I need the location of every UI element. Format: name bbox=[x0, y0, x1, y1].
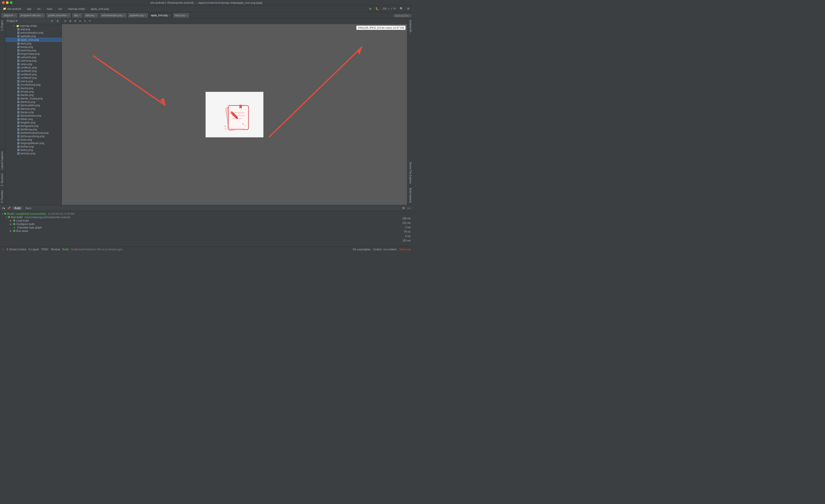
tab-scroll-right[interactable]: › bbox=[393, 14, 394, 17]
tree-item-bingchuang[interactable]: 🖼 bingchuang.png bbox=[5, 52, 62, 56]
tree-item-banjia[interactable]: 🖼 banjia.png bbox=[5, 45, 62, 49]
tree-item-check[interactable]: 🖼 check.png bbox=[5, 80, 62, 83]
tree-item-canju[interactable]: 🖼 canju.png bbox=[5, 62, 62, 66]
tree-item-duihao[interactable]: 🖼 duihao.png bbox=[5, 145, 62, 148]
tab-apply-icon-close[interactable]: × bbox=[168, 14, 170, 17]
maximize-button[interactable] bbox=[10, 1, 12, 4]
status-vc[interactable]: 9: Version Control bbox=[7, 248, 26, 251]
tab-gitignore[interactable]: .gitignore × bbox=[1, 12, 18, 18]
settings-button[interactable]: ⚙ bbox=[405, 6, 411, 11]
tree-item-anhuishanghui[interactable]: 🖼 anhuishanghui.png bbox=[5, 31, 62, 34]
main-menu[interactable]: main bbox=[45, 6, 54, 11]
minimize-button[interactable] bbox=[6, 1, 9, 4]
actual-size-btn[interactable]: ⊙ bbox=[83, 19, 87, 23]
tab-app-close[interactable]: × bbox=[79, 14, 81, 17]
tree-item-dayinji[interactable]: 🖼 dayinji.png bbox=[5, 86, 62, 90]
tree-item-mipmap[interactable]: ▾ 📁 mipmap-xhdpi bbox=[5, 24, 62, 27]
tree-item-dizhixuanzhong[interactable]: 🖼 dizhixuanzhong.png bbox=[5, 135, 62, 138]
app-menu[interactable]: app bbox=[25, 6, 33, 11]
project-gear-btn[interactable]: ⚙ bbox=[55, 19, 60, 23]
build-entry-success[interactable]: ▾ Build: completed successfully at 2019/… bbox=[2, 212, 410, 216]
project-menu[interactable]: 📁 xfw-android bbox=[1, 6, 22, 11]
close-button[interactable] bbox=[2, 1, 5, 4]
tab-back-png[interactable]: back.png × bbox=[173, 12, 189, 18]
tree-item-appkaifa[interactable]: 🖼 appkaifa.png bbox=[5, 34, 62, 38]
tab-app[interactable]: app × bbox=[72, 12, 83, 18]
left-panel-project[interactable]: 1: Project bbox=[0, 18, 5, 33]
file-menu[interactable]: apply_icon.png bbox=[89, 6, 110, 11]
tree-item-back[interactable]: 🖼 back.png bbox=[5, 42, 62, 45]
status-terminal[interactable]: Terminal bbox=[51, 248, 60, 251]
tree-item-duigongdakuan[interactable]: 🖼 duigongdakuan.png bbox=[5, 141, 62, 145]
android-wi-tab[interactable]: Android Wi... bbox=[394, 14, 411, 17]
tree-item-dizhiguanli[interactable]: 🖼 dizhiguanli.png bbox=[5, 124, 62, 128]
debug-button[interactable]: 🐛 bbox=[374, 6, 380, 11]
tree-item-dingdan[interactable]: 🖼 dingdan.png bbox=[5, 121, 62, 124]
tab-appkaifa[interactable]: appkaifa.png × bbox=[128, 12, 148, 18]
left-panel-captures[interactable]: Layout Captures bbox=[0, 149, 5, 171]
tree-item-caihuishi[interactable]: 🖼 caihuishi.png bbox=[5, 56, 62, 59]
tab-proguard[interactable]: proguard-rules.pro × bbox=[18, 12, 46, 18]
build-entry-calc-task[interactable]: ● Calculate task graph bbox=[2, 226, 410, 229]
tab-proguard-close[interactable]: × bbox=[42, 14, 43, 17]
tab-add-png[interactable]: add.png × bbox=[83, 12, 99, 18]
tab-gitignore-close[interactable]: × bbox=[14, 14, 16, 17]
zoom-out-btn[interactable]: ⊖ bbox=[78, 19, 82, 23]
build-entry-run-build[interactable]: ▾ Run build /Users/takeeigou/Desktop/xfw… bbox=[2, 216, 410, 219]
tab-anhuishanghui[interactable]: anhuishanghui.png × bbox=[99, 12, 127, 18]
status-logcat[interactable]: 6: Logcat bbox=[29, 248, 39, 251]
tree-item-didian[interactable]: 🖼 didian.png bbox=[5, 117, 62, 121]
status-error-icon[interactable]: ⚠ bbox=[2, 248, 4, 251]
tree-item-dizhiweixuanzhong[interactable]: 🖼 dizhiweixuanzhong.png bbox=[5, 131, 62, 135]
right-panel-device-file[interactable]: Device File Explorer bbox=[407, 160, 412, 186]
tree-item-fanmian[interactable]: 🖼 fanmian.png bbox=[5, 152, 62, 155]
tree-item-dianfei-huang[interactable]: 🖼 dianfei_huang.png bbox=[5, 97, 62, 100]
tree-item-dizhikong[interactable]: 🖼 dizhikong.png bbox=[5, 128, 62, 131]
build-entry-load-build[interactable]: ▶ Load build bbox=[2, 219, 410, 222]
pencil-btn[interactable]: ✏ bbox=[88, 19, 92, 23]
build-entry-run-tasks[interactable]: ▶ Run tasks bbox=[2, 229, 410, 233]
status-todo[interactable]: TODO bbox=[41, 248, 48, 251]
status-event-log[interactable]: Event Log bbox=[399, 248, 410, 251]
zoom-in-btn[interactable]: ⊕ bbox=[73, 19, 77, 23]
tree-item-dianhuafeilv[interactable]: 🖼 dianhuafeilv.png bbox=[5, 103, 62, 107]
tab-apply-icon[interactable]: apply_icon.png × bbox=[149, 12, 172, 18]
tree-item-certified2[interactable]: 🖼 certified2.png bbox=[5, 69, 62, 73]
tree-item-apply-icon[interactable]: 🖼 apply_icon.png bbox=[5, 38, 62, 42]
tab-sync[interactable]: Sync bbox=[23, 206, 33, 210]
tree-item-dianputubiao[interactable]: 🖼 dianputubiao.png bbox=[5, 114, 62, 117]
tree-item-certified3[interactable]: 🖼 certified3.png bbox=[5, 73, 62, 76]
tab-appkaifa-close[interactable]: × bbox=[145, 14, 146, 17]
tree-item-diannao[interactable]: 🖼 diannao.png bbox=[5, 107, 62, 110]
project-sync-btn[interactable]: ⟳ bbox=[50, 19, 55, 23]
build-expand-btn[interactable]: ▾▴ bbox=[1, 206, 6, 210]
tab-add-png-close[interactable]: × bbox=[95, 14, 97, 17]
left-panel-structure[interactable]: 2: Structure bbox=[0, 171, 5, 188]
tab-back-png-close[interactable]: × bbox=[186, 14, 188, 17]
tree-item-dianpu[interactable]: 🖼 dianpu.png bbox=[5, 110, 62, 114]
tab-anhuishanghui-close[interactable]: × bbox=[123, 14, 125, 17]
search-button[interactable]: 🔍 bbox=[398, 6, 405, 11]
tree-item-denglu[interactable]: 🖼 denglu.png bbox=[5, 90, 62, 93]
right-panel-build-variants[interactable]: Build Variants bbox=[407, 186, 412, 205]
build-settings-btn[interactable]: ⚙ bbox=[401, 206, 405, 210]
tree-item-down[interactable]: 🖼 down.png bbox=[5, 138, 62, 141]
status-build[interactable]: Build bbox=[62, 248, 69, 251]
tree-item-caizheng[interactable]: 🖼 caizheng.png bbox=[5, 59, 62, 62]
src-menu[interactable]: src bbox=[36, 6, 43, 11]
right-panel-android[interactable]: Android Wi... bbox=[407, 18, 412, 36]
build-close-btn[interactable]: — bbox=[406, 206, 411, 210]
tree-item-baoming[interactable]: 🖼 baoming.png bbox=[5, 49, 62, 52]
build-pin-btn[interactable]: 📌 bbox=[6, 206, 11, 210]
left-panel-favorites[interactable]: 3: Favorites bbox=[0, 188, 5, 205]
build-entry-configure-build[interactable]: ▶ Configure build bbox=[2, 222, 410, 226]
mipmap-menu[interactable]: mipmap-xhdpi bbox=[66, 6, 86, 11]
tab-gradle-props-close[interactable]: × bbox=[68, 14, 69, 17]
run-button[interactable]: ▶ bbox=[368, 6, 373, 11]
tree-item-chushishouji[interactable]: 🖼 chushishouji.png bbox=[5, 83, 62, 86]
grid-btn[interactable]: ⊞ bbox=[68, 19, 72, 23]
tab-gradle-props[interactable]: gradle.properties × bbox=[46, 12, 71, 18]
fit-page-btn[interactable]: ⊡ bbox=[63, 19, 67, 23]
tree-item-dianhua[interactable]: 🖼 dianhua.png bbox=[5, 100, 62, 103]
tree-item-certified1[interactable]: 🖼 certified1.png bbox=[5, 66, 62, 69]
